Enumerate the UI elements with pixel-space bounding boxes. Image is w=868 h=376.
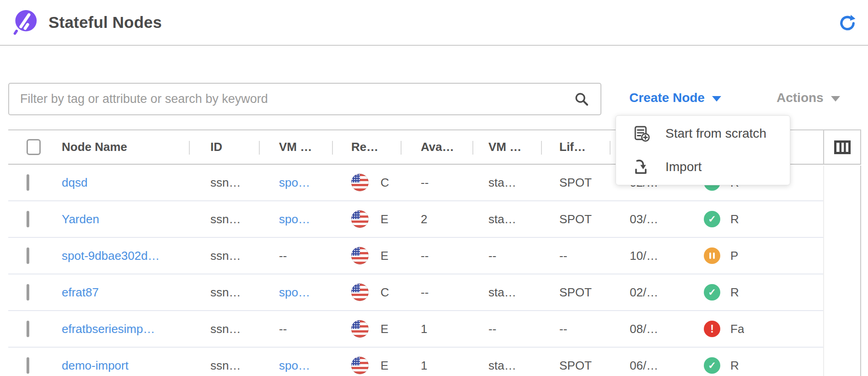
created-at: 10/… (611, 249, 702, 263)
actions-label: Actions (777, 91, 824, 105)
status-label: R (730, 285, 739, 300)
availability-zones: -- (402, 249, 473, 263)
region-letter: E (380, 212, 388, 226)
vm-size: -- (473, 322, 542, 336)
lifecycle: SPOT (542, 176, 611, 190)
node-name-link[interactable]: Yarden (62, 212, 99, 226)
status-cell: R (702, 357, 823, 374)
table-body: dqsd ssn… spo… C -- sta… SPOT 02/… R Yar… (8, 165, 861, 376)
column-header-region[interactable]: Re… (333, 130, 402, 164)
node-name-link[interactable]: efratbseriesimp… (62, 322, 155, 336)
region-letter: E (380, 249, 388, 263)
node-name-link[interactable]: spot-9dbae302d… (62, 249, 160, 263)
availability-zones: 1 (402, 322, 473, 336)
note-add-icon (632, 124, 651, 143)
create-node-button[interactable]: Create Node (629, 91, 721, 105)
created-at: 02/… (611, 285, 702, 300)
create-node-label: Create Node (629, 91, 705, 105)
node-name-link[interactable]: demo-import (62, 359, 129, 372)
us-flag-icon (351, 174, 369, 191)
column-header-vm-size[interactable]: VM … (473, 130, 542, 164)
status-icon (704, 247, 720, 264)
app-logo-icon (12, 9, 38, 36)
availability-zones: 1 (402, 359, 473, 373)
region-cell: C (333, 174, 402, 191)
vm-size: sta… (473, 212, 542, 226)
vm-name-link[interactable]: spo… (279, 176, 310, 189)
table-row: spot-9dbae302d… ssn… -- E -- -- -- 10/… … (8, 238, 823, 274)
region-letter: C (380, 176, 389, 190)
vm-size: sta… (473, 285, 542, 300)
us-flag-icon (351, 320, 369, 338)
availability-zones: -- (402, 176, 473, 190)
row-checkbox[interactable] (27, 357, 29, 374)
lifecycle: -- (542, 322, 611, 336)
vm-name-link[interactable]: spo… (279, 285, 310, 299)
us-flag-icon (351, 357, 369, 374)
region-letter: C (380, 285, 389, 300)
node-id: ssn… (190, 285, 260, 300)
vm-name-link[interactable]: spo… (279, 212, 310, 226)
create-node-menu: Start from scratch Import (616, 115, 790, 185)
node-name-link[interactable]: dqsd (62, 176, 87, 189)
status-label: R (730, 212, 739, 226)
status-cell: Fa (702, 321, 823, 337)
created-at: 03/… (611, 212, 702, 226)
table-row: demo-import ssn… spo… E 1 sta… SPOT 06/…… (8, 348, 823, 376)
row-checkbox[interactable] (27, 174, 29, 191)
column-picker-button[interactable] (823, 130, 861, 164)
actions-button[interactable]: Actions (777, 91, 840, 105)
chevron-down-icon (712, 96, 721, 102)
column-header-vm[interactable]: VM … (260, 130, 333, 164)
lifecycle: SPOT (542, 212, 611, 226)
node-id: ssn… (190, 359, 260, 373)
us-flag-icon (351, 284, 369, 301)
column-header-lifecycle[interactable]: Lif… (542, 130, 611, 164)
status-cell: R (702, 211, 823, 227)
row-checkbox[interactable] (27, 211, 29, 227)
vm-size: sta… (473, 176, 542, 190)
refresh-icon (839, 15, 856, 32)
status-label: R (730, 359, 739, 373)
node-id: ssn… (190, 249, 260, 263)
region-cell: E (333, 247, 402, 264)
availability-zones: -- (402, 285, 473, 300)
refresh-button[interactable] (839, 15, 856, 32)
vm-size: sta… (473, 359, 542, 373)
lifecycle: SPOT (542, 285, 611, 300)
status-cell: P (702, 247, 823, 264)
row-checkbox[interactable] (27, 284, 29, 301)
filter-input[interactable] (8, 83, 601, 115)
table-row: efrat87 ssn… spo… C -- sta… SPOT 02/… R (8, 274, 823, 311)
select-all-checkbox[interactable] (27, 139, 41, 155)
region-letter: E (380, 322, 388, 336)
region-cell: E (333, 210, 402, 228)
menu-item-start-from-scratch[interactable]: Start from scratch (616, 117, 790, 150)
vm-name-link[interactable]: spo… (279, 359, 310, 372)
menu-item-label: Start from scratch (665, 126, 766, 141)
columns-icon (834, 140, 851, 155)
column-picker-gutter (823, 166, 861, 376)
page-title: Stateful Nodes (48, 13, 162, 32)
vm-size: -- (473, 249, 542, 263)
column-header-id[interactable]: ID (190, 130, 260, 164)
status-icon (704, 357, 720, 374)
column-header-node-name[interactable]: Node Name (50, 130, 190, 164)
row-checkbox[interactable] (27, 247, 29, 264)
status-icon (704, 321, 720, 337)
node-name-link[interactable]: efrat87 (62, 285, 99, 299)
vm-name-link: -- (279, 322, 287, 336)
search-icon[interactable] (574, 91, 589, 107)
status-label: Fa (730, 322, 744, 336)
status-icon (704, 284, 720, 301)
menu-item-import[interactable]: Import (616, 150, 790, 184)
us-flag-icon (351, 247, 369, 264)
row-checkbox[interactable] (27, 321, 29, 337)
status-cell: R (702, 284, 823, 301)
node-id: ssn… (190, 212, 260, 226)
created-at: 08/… (611, 322, 702, 336)
column-header-availability[interactable]: Ava… (402, 130, 473, 164)
status-icon (704, 211, 720, 227)
node-id: ssn… (190, 322, 260, 336)
region-cell: E (333, 320, 402, 338)
